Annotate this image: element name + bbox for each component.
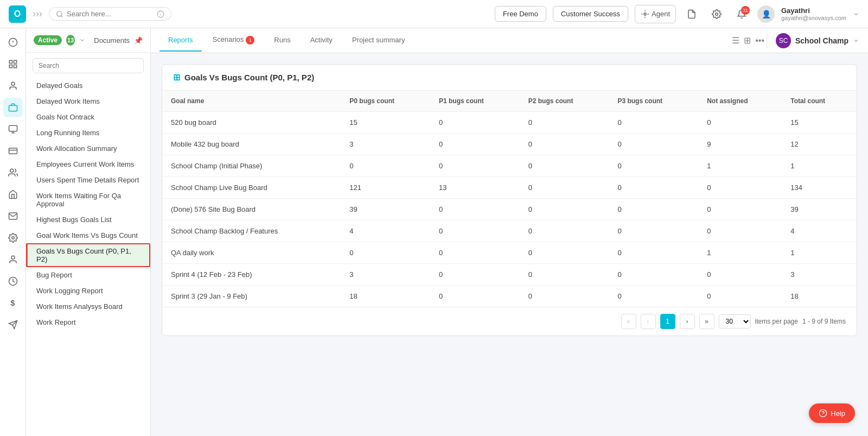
svg-rect-6 [14, 60, 16, 63]
prev-page-btn[interactable]: ‹ [641, 314, 656, 329]
table-cell: 0 [609, 177, 698, 199]
help-icon [819, 409, 827, 418]
workspace-chevron-icon[interactable] [853, 37, 859, 44]
sidebar-item[interactable]: Goal Work Items Vs Bugs Count [26, 228, 150, 243]
table-cell: 0 [609, 242, 698, 264]
chevron-down-icon[interactable] [79, 36, 85, 44]
document-icon-btn[interactable] [682, 5, 701, 23]
column-header: P0 bugs count [341, 91, 430, 112]
tab-bar-icons: ☰ ⊞ ••• [732, 35, 764, 46]
sidebar-search-input[interactable] [33, 58, 144, 73]
customer-success-button[interactable]: Customer Success [553, 6, 628, 22]
sidebar-item[interactable]: Employees Current Work Items [26, 156, 150, 172]
navbar-search[interactable] [49, 7, 171, 21]
table-cell: Sprint 3 (29 Jan - 9 Feb) [162, 286, 341, 307]
sidebar-item-home[interactable] [3, 33, 23, 52]
workspace-avatar: SC [776, 33, 791, 48]
secondary-sidebar: Active 13 Documents 📌 Delayed GoalsDelay… [26, 28, 151, 436]
sidebar-item[interactable]: Work Logging Report [26, 283, 150, 299]
sidebar-item[interactable]: Long Running Items [26, 125, 150, 141]
avatar[interactable]: 👤 [757, 5, 775, 23]
sidebar-item[interactable]: Delayed Goals [26, 78, 150, 93]
sidebar-item-settings[interactable] [3, 228, 23, 248]
sidebar-item-building[interactable] [3, 185, 23, 204]
sidebar-item-briefcase[interactable] [3, 98, 23, 117]
sidebar-item[interactable]: Users Spent Time Details Report [26, 172, 150, 188]
sidebar-item-team[interactable] [3, 163, 23, 182]
free-demo-button[interactable]: Free Demo [495, 6, 546, 22]
svg-point-13 [10, 169, 13, 172]
sidebar-item[interactable]: Goals Not Ontrack [26, 109, 150, 125]
sidebar-item[interactable]: Goals Vs Bugs Count (P0, P1, P2) [26, 243, 150, 267]
tab-project-summary[interactable]: Project summary [343, 29, 414, 52]
sidebar-item-user[interactable] [3, 76, 23, 96]
sidebar-item[interactable]: Work Allocation Summary [26, 141, 150, 156]
sidebar-item[interactable]: Work Items Waiting For Qa Approval [26, 188, 150, 212]
document-icon [687, 9, 697, 19]
page-info: 1 - 9 of 9 Items [802, 318, 846, 325]
sidebar-item-send[interactable] [3, 315, 23, 334]
last-page-btn[interactable]: » [699, 314, 714, 329]
table-cell: 0 [698, 286, 782, 307]
table-row: (Done) 576 Site Bug Board39000039 [162, 199, 857, 220]
current-page-btn[interactable]: 1 [660, 314, 675, 329]
report-area: ⊞ Goals Vs Bugs Count (P0, P1, P2) Goal … [151, 53, 868, 436]
sidebar-item[interactable]: Delayed Work Items [26, 93, 150, 109]
sidebar-item-mail[interactable] [3, 206, 23, 226]
grid-view-icon[interactable]: ⊞ [744, 35, 751, 46]
settings-icon-btn[interactable] [707, 5, 726, 23]
list-view-icon[interactable]: ☰ [732, 35, 739, 46]
sidebar-item-dollar[interactable]: $ [3, 293, 23, 313]
agent-button[interactable]: Agent [635, 5, 676, 23]
table-cell: 520 bug board [162, 112, 341, 134]
help-button[interactable]: Help [809, 403, 855, 423]
table-cell: 4 [341, 220, 430, 242]
report-title-text: Goals Vs Bugs Count (P0, P1, P2) [184, 73, 314, 82]
next-page-btn[interactable]: › [680, 314, 695, 329]
table-cell: 0 [609, 155, 698, 177]
table-cell: (Done) 576 Site Bug Board [162, 199, 341, 220]
tab-reports[interactable]: Reports [159, 29, 202, 52]
sidebar-item-card[interactable] [3, 141, 23, 161]
sidebar-item-monitor[interactable] [3, 119, 23, 139]
svg-rect-11 [9, 125, 17, 131]
tab-activity[interactable]: Activity [302, 29, 341, 52]
table-cell: 0 [520, 220, 609, 242]
table-cell: 0 [430, 242, 520, 264]
table-cell: 0 [520, 286, 609, 307]
tab-runs[interactable]: Runs [265, 29, 299, 52]
sidebar-item[interactable]: Bug Report [26, 267, 150, 283]
table-cell: 0 [430, 112, 520, 134]
table-cell: 18 [341, 286, 430, 307]
table-cell: 121 [341, 177, 430, 199]
user-email: gayathri@snovasys.com [781, 15, 846, 21]
agent-icon [641, 10, 649, 18]
table-cell: Sprint 4 (12 Feb - 23 Feb) [162, 264, 341, 286]
svg-point-14 [11, 237, 14, 239]
table-cell: 18 [782, 286, 857, 307]
per-page-select[interactable]: 3050100 [719, 314, 751, 328]
first-page-btn[interactable]: « [621, 314, 636, 329]
user-chevron-icon[interactable] [853, 11, 859, 17]
search-input[interactable] [67, 10, 154, 18]
table-cell: 12 [782, 134, 857, 155]
workspace-header: SC School Champ [767, 33, 859, 48]
tab-scenarios[interactable]: Scenarios1 [204, 29, 264, 52]
svg-rect-8 [9, 65, 12, 68]
sidebar-item[interactable]: Work Report [26, 314, 150, 330]
table-cell: School Champ Backlog / Features [162, 220, 341, 242]
nav-dots[interactable]: ››› [33, 8, 42, 20]
sidebar-header: Active 13 Documents 📌 [26, 28, 150, 53]
sidebar-item[interactable]: Work Items Analysys Board [26, 299, 150, 314]
pin-icon[interactable]: 📌 [134, 36, 143, 45]
active-count-badge: 13 [66, 35, 75, 46]
sidebar-item-dashboard[interactable] [3, 54, 23, 74]
sidebar-item-person-settings[interactable] [3, 250, 23, 269]
sidebar-item-clock[interactable] [3, 271, 23, 291]
table-cell: 3 [341, 264, 430, 286]
more-icon[interactable]: ••• [755, 36, 764, 46]
notification-btn[interactable]: 31 [732, 5, 751, 23]
table-row: Mobile 432 bug board3000912 [162, 134, 857, 155]
table-cell: 0 [520, 112, 609, 134]
sidebar-item[interactable]: Highest Bugs Goals List [26, 212, 150, 228]
